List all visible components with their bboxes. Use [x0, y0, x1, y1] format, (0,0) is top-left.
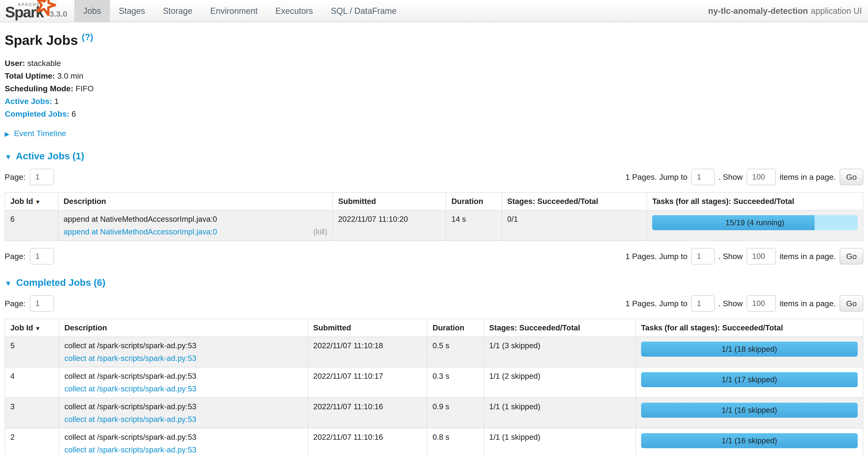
column-header-tasks[interactable]: Tasks (for all stages): Succeeded/Total	[647, 192, 863, 210]
table-row: 6 append at NativeMethodAccessorImpl.jav…	[5, 210, 863, 241]
tab-executors[interactable]: Executors	[267, 0, 322, 22]
uptime-label: Total Uptime:	[5, 71, 55, 80]
job-description-text: append at NativeMethodAccessorImpl.java:…	[64, 215, 328, 224]
pagination-active-bottom: Page: 1 Pages. Jump to . Show items in a…	[5, 248, 863, 264]
tab-stages[interactable]: Stages	[110, 0, 154, 22]
completed-jobs-link[interactable]: Completed Jobs:	[5, 109, 69, 118]
column-header-stages[interactable]: Stages: Succeeded/Total	[484, 319, 636, 337]
column-header-description[interactable]: Description	[58, 192, 333, 210]
page-number-input[interactable]	[30, 295, 54, 312]
page-title: Spark Jobs (?)	[5, 32, 863, 48]
items-per-page-input[interactable]	[747, 169, 776, 185]
column-header-duration[interactable]: Duration	[446, 192, 502, 210]
nav-tabs: Jobs Stages Storage Environment Executor…	[74, 0, 405, 22]
summary-completed-jobs: Completed Jobs: 6	[5, 109, 863, 118]
summary-block: User: stackable Total Uptime: 3.0 min Sc…	[5, 59, 863, 118]
page-label: Page:	[5, 252, 26, 261]
submitted-cell: 2022/11/07 11:10:16	[308, 398, 427, 428]
items-text: items in a page.	[780, 299, 836, 308]
active-jobs-section-title: Active Jobs (1)	[16, 151, 84, 162]
table-row: 5 collect at /spark-scripts/spark-ad.py:…	[5, 337, 863, 367]
user-label: User:	[5, 59, 25, 67]
column-header-submitted[interactable]: Submitted	[308, 319, 427, 337]
column-header-stages[interactable]: Stages: Succeeded/Total	[502, 192, 647, 210]
tab-environment[interactable]: Environment	[202, 0, 267, 22]
go-button[interactable]: Go	[840, 295, 863, 312]
spark-logo[interactable]: APACHE Spark 3.3.0	[0, 0, 74, 22]
pages-jump-text: 1 Pages. Jump to	[625, 172, 687, 181]
job-description-cell: append at NativeMethodAccessorImpl.java:…	[58, 210, 333, 241]
column-header-job-id[interactable]: Job Id▼	[5, 192, 58, 210]
page-label: Page:	[5, 299, 26, 308]
job-description-link[interactable]: collect at /spark-scripts/spark-ad.py:53	[64, 385, 196, 393]
job-description-link[interactable]: collect at /spark-scripts/spark-ad.py:53	[64, 415, 196, 424]
submitted-cell: 2022/11/07 11:10:20	[333, 210, 446, 241]
tasks-cell: 15/19 (4 running)	[647, 210, 863, 241]
tab-jobs[interactable]: Jobs	[74, 0, 110, 22]
job-description-link[interactable]: collect at /spark-scripts/spark-ad.py:53	[64, 354, 196, 363]
job-description-link[interactable]: append at NativeMethodAccessorImpl.java:…	[64, 227, 217, 236]
summary-user: User: stackable	[5, 59, 863, 68]
pagination-active-top: Page: 1 Pages. Jump to . Show items in a…	[5, 169, 863, 185]
active-jobs-section-header[interactable]: ▼ Active Jobs (1)	[5, 151, 863, 162]
submitted-cell: 2022/11/07 11:10:18	[308, 337, 427, 367]
go-button[interactable]: Go	[840, 169, 863, 185]
active-jobs-link[interactable]: Active Jobs:	[5, 97, 52, 106]
submitted-cell: 2022/11/07 11:10:16	[308, 428, 427, 455]
duration-cell: 0.9 s	[427, 398, 484, 428]
submitted-cell: 2022/11/07 11:10:17	[308, 367, 427, 398]
go-button[interactable]: Go	[840, 248, 863, 264]
application-ui-suffix: application UI	[811, 6, 862, 16]
page-number-input[interactable]	[30, 169, 54, 185]
job-description-cell: collect at /spark-scripts/spark-ad.py:53…	[59, 367, 308, 398]
summary-uptime: Total Uptime: 3.0 min	[5, 71, 863, 81]
tasks-cell: 1/1 (18 skipped)	[636, 337, 863, 367]
sort-desc-icon: ▼	[35, 199, 40, 205]
items-per-page-input[interactable]	[747, 248, 776, 264]
table-row: 2 collect at /spark-scripts/spark-ad.py:…	[5, 428, 863, 455]
jump-to-input[interactable]	[691, 248, 715, 264]
items-text: items in a page.	[780, 252, 836, 261]
application-name: ny-tlc-anomaly-detection application UI	[708, 0, 868, 22]
progress-label: 15/19 (4 running)	[652, 215, 858, 230]
help-link[interactable]: (?)	[82, 32, 93, 42]
column-header-tasks[interactable]: Tasks (for all stages): Succeeded/Total	[636, 319, 863, 337]
items-text: items in a page.	[780, 172, 836, 181]
duration-cell: 0.3 s	[427, 367, 484, 398]
event-timeline-toggle[interactable]: ▶ Event Timeline	[5, 129, 863, 138]
completed-jobs-section-header[interactable]: ▼ Completed Jobs (6)	[5, 277, 863, 288]
jump-to-input[interactable]	[691, 169, 715, 185]
tasks-cell: 1/1 (17 skipped)	[636, 367, 863, 398]
duration-cell: 14 s	[446, 210, 502, 241]
tasks-progress-bar: 1/1 (17 skipped)	[641, 372, 858, 387]
column-header-job-id[interactable]: Job Id▼	[5, 319, 59, 337]
stages-cell: 1/1 (2 skipped)	[484, 367, 636, 398]
table-header-row: Job Id▼ Description Submitted Duration S…	[5, 192, 863, 210]
progress-label: 1/1 (18 skipped)	[641, 342, 858, 357]
stages-cell: 1/1 (1 skipped)	[484, 428, 636, 455]
items-per-page-input[interactable]	[747, 295, 776, 312]
tasks-cell: 1/1 (16 skipped)	[636, 428, 863, 455]
user-value: stackable	[27, 59, 61, 67]
page-title-text: Spark Jobs	[5, 32, 78, 48]
job-description-link[interactable]: collect at /spark-scripts/spark-ad.py:53	[64, 445, 196, 454]
column-header-description[interactable]: Description	[59, 319, 308, 337]
stages-cell: 1/1 (3 skipped)	[484, 337, 636, 367]
table-header-row: Job Id▼ Description Submitted Duration S…	[5, 319, 863, 337]
pagination-completed-top: Page: 1 Pages. Jump to . Show items in a…	[5, 295, 863, 312]
scheduling-mode-label: Scheduling Mode:	[5, 84, 73, 93]
column-header-submitted[interactable]: Submitted	[333, 192, 446, 210]
kill-link[interactable]: (kill)	[313, 227, 327, 236]
application-name-bold: ny-tlc-anomaly-detection	[708, 6, 808, 16]
tasks-progress-bar: 1/1 (16 skipped)	[641, 433, 858, 448]
tab-sql-dataframe[interactable]: SQL / DataFrame	[322, 0, 405, 22]
jump-to-input[interactable]	[691, 295, 715, 312]
page-number-input[interactable]	[30, 248, 54, 264]
scheduling-mode-value: FIFO	[75, 84, 94, 93]
duration-cell: 0.5 s	[427, 337, 484, 367]
tab-storage[interactable]: Storage	[154, 0, 202, 22]
duration-cell: 0.8 s	[427, 428, 484, 455]
column-header-duration[interactable]: Duration	[427, 319, 484, 337]
job-id-cell: 3	[5, 398, 59, 428]
stages-cell: 0/1	[502, 210, 647, 241]
